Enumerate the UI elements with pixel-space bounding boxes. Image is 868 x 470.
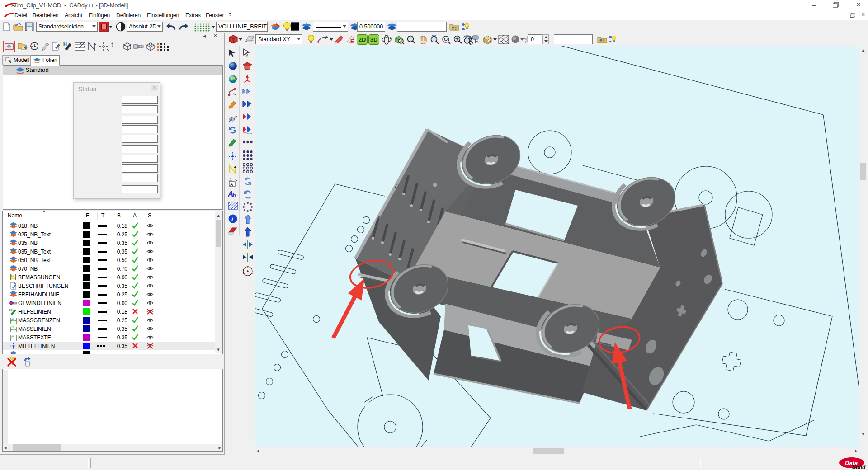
svg-text:H: H [63,42,67,47]
svg-text:Solid: Solid [852,464,866,470]
svg-text:A: A [230,182,233,187]
svg-text:b: b [233,193,236,199]
svg-text:E: E [350,38,354,44]
svg-text:i: i [231,216,233,222]
